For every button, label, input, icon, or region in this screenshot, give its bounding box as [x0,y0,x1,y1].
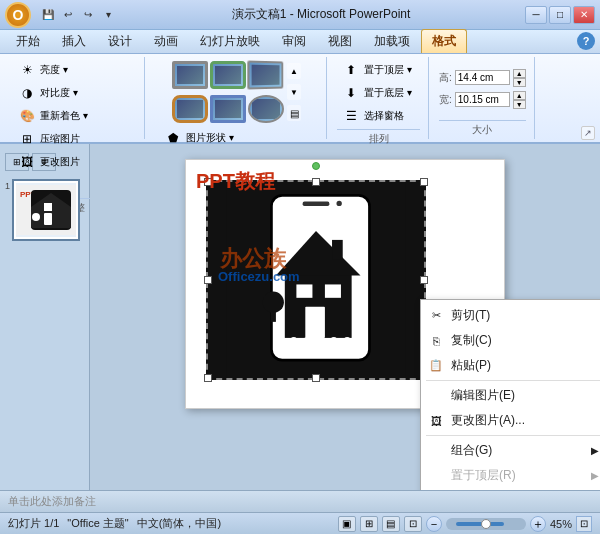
svg-rect-17 [271,311,276,322]
handle-mr[interactable] [420,276,428,284]
reading-view-btn[interactable]: ▤ [382,516,400,532]
lang-info: 中文(简体，中国) [137,516,221,531]
ctx-cut[interactable]: ✂ 剪切(T) [421,303,600,328]
width-spinner: ▲ ▼ [513,91,526,109]
height-up[interactable]: ▲ [513,69,526,78]
handle-bl[interactable] [204,374,212,382]
zoom-thumb[interactable] [481,519,491,529]
height-input[interactable] [455,70,510,85]
slide-thumb-svg: PPT [16,185,76,235]
contrast-btn[interactable]: ◑ 对比度 ▾ [13,82,136,104]
ribbon-group-pic-styles: ▲ ▼ ▤ ⬟ 图片形状 ▾ ▭ 图片边框 ▾ ✦ 图片效果 ▾ [147,57,327,139]
pic-styles-inner: ▲ ▼ ▤ ⬟ 图片形状 ▾ ▭ 图片边框 ▾ ✦ 图片效果 ▾ [155,57,318,139]
normal-view-btn[interactable]: ▣ [338,516,356,532]
pic-style-6[interactable] [248,95,284,123]
notes-placeholder[interactable]: 单击此处添加备注 [8,494,592,509]
width-down[interactable]: ▼ [513,100,526,109]
bring-front-icon: ⬆ [341,60,361,80]
svg-point-6 [32,213,40,221]
ctx-edit-pic[interactable]: 编辑图片(E) [421,383,600,408]
svg-point-19 [304,337,311,344]
ctx-change-pic[interactable]: 🖼 更改图片(A)... [421,408,600,433]
svg-rect-5 [44,213,52,225]
qa-dropdown-btn[interactable]: ▾ [99,6,117,24]
zoom-out-btn[interactable]: － [426,516,442,532]
pic-style-3[interactable] [247,60,283,89]
recolor-btn[interactable]: 🎨 重新着色 ▾ [13,105,136,127]
bottom-left: 幻灯片 1/1 "Office 主题" 中文(简体，中国) [8,516,328,531]
tab-format[interactable]: 格式 [421,29,467,53]
cut-icon: ✂ [427,307,445,325]
pic-style-up[interactable]: ▲ [287,63,301,79]
pic-style-1[interactable] [172,61,208,89]
zoom-in-btn[interactable]: ＋ [530,516,546,532]
tab-start[interactable]: 开始 [5,29,51,53]
svg-point-20 [317,337,324,344]
pic-style-4[interactable] [172,95,208,123]
width-field-row: 宽: ▲ ▼ [439,91,526,109]
slideshow-btn[interactable]: ⊡ [404,516,422,532]
title-bar: O 💾 ↩ ↪ ▾ 演示文稿1 - Microsoft PowerPoint ─… [0,0,600,30]
house-image-svg [208,182,424,378]
undo-quick-btn[interactable]: ↩ [59,6,77,24]
slide-1-number: 1 [5,181,10,191]
pic-style-more[interactable]: ▤ [287,105,301,121]
minimize-button[interactable]: ─ [525,6,547,24]
tab-view[interactable]: 视图 [317,29,363,53]
save-quick-btn[interactable]: 💾 [39,6,57,24]
office-button[interactable]: O [5,2,31,28]
arrange-content: ⬆ 置于顶层 ▾ ⬇ 置于底层 ▾ ☰ 选择窗格 [337,57,420,129]
compress-icon: ⊞ [17,129,37,149]
main-area: ⊞ ≡ 1 PPT [0,144,600,490]
zoom-slider[interactable] [446,518,526,530]
bottom-right: ▣ ⊞ ▤ ⊡ － ＋ 45% ⊡ [338,516,592,532]
selected-image[interactable] [206,180,426,380]
zoom-track [456,522,504,526]
handle-tc[interactable] [312,178,320,186]
brightness-btn[interactable]: ☀ 亮度 ▾ [13,59,136,81]
svg-rect-4 [44,203,52,211]
slide-sorter-btn[interactable]: ⊞ [360,516,378,532]
brightness-icon: ☀ [17,60,37,80]
redo-quick-btn[interactable]: ↪ [79,6,97,24]
slide-1-thumbnail[interactable]: PPT [12,179,80,241]
tab-insert[interactable]: 插入 [51,29,97,53]
handle-bc[interactable] [312,374,320,382]
contrast-icon: ◑ [17,83,37,103]
tab-review[interactable]: 审阅 [271,29,317,53]
handle-ml[interactable] [204,276,212,284]
tab-slideshow[interactable]: 幻灯片放映 [189,29,271,53]
ctx-send-back[interactable]: 置于底层(K) ▶ [421,488,600,490]
ctx-copy[interactable]: ⎘ 复制(C) [421,328,600,353]
ctx-paste[interactable]: 📋 粘贴(P) [421,353,600,378]
ribbon-group-adjust: ☀ 亮度 ▾ ◑ 对比度 ▾ 🎨 重新着色 ▾ ⊞ 压缩图片 🖼 [5,57,145,139]
pic-style-5[interactable] [210,95,246,123]
send-back-btn[interactable]: ⬇ 置于底层 ▾ [337,82,416,104]
svg-rect-23 [303,202,330,206]
ctx-bring-front[interactable]: 置于顶层(R) ▶ [421,463,600,488]
paste-icon: 📋 [427,357,445,375]
close-button[interactable]: ✕ [573,6,595,24]
bring-front-btn[interactable]: ⬆ 置于顶层 ▾ [337,59,416,81]
width-input[interactable] [455,92,510,107]
select-pane-btn[interactable]: ☰ 选择窗格 [337,105,408,127]
tab-animation[interactable]: 动画 [143,29,189,53]
canvas-area[interactable]: 办公族 Officezu.com PPT教程 [90,144,600,490]
pic-style-2[interactable] [210,61,246,89]
help-button[interactable]: ? [577,32,595,50]
size-group-label: 大小 [439,120,526,139]
ribbon-size-expand[interactable]: ↗ [581,126,595,140]
ctx-sep2 [426,435,600,436]
title-bar-left: O 💾 ↩ ↪ ▾ [5,2,117,28]
pic-style-down[interactable]: ▼ [287,84,301,100]
tab-addins[interactable]: 加载项 [363,29,421,53]
maximize-button[interactable]: □ [549,6,571,24]
ctx-group[interactable]: 组合(G) ▶ [421,438,600,463]
ctx-group-arrow: ▶ [591,445,599,456]
tab-design[interactable]: 设计 [97,29,143,53]
handle-tr[interactable] [420,178,428,186]
width-up[interactable]: ▲ [513,91,526,100]
height-down[interactable]: ▼ [513,78,526,87]
fit-window-btn[interactable]: ⊡ [576,516,592,532]
rotate-handle[interactable] [312,162,320,170]
